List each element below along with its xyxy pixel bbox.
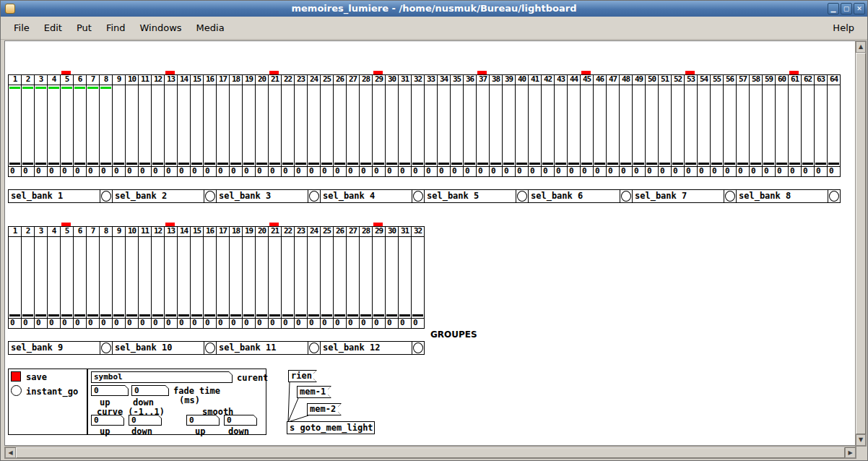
slider-handle[interactable] [321, 163, 332, 165]
scroll-left-icon[interactable]: ◀ [5, 447, 16, 458]
channel-slider[interactable] [580, 85, 594, 167]
slider-handle[interactable] [620, 163, 631, 165]
slider-handle[interactable] [48, 314, 59, 316]
channel-slider[interactable] [281, 236, 295, 319]
slider-value-box[interactable]: 0 [151, 318, 165, 329]
slider-handle-active[interactable] [61, 87, 72, 89]
slider-value-box[interactable]: 0 [268, 166, 282, 177]
slider-value-box[interactable]: 0 [177, 166, 191, 177]
slider-value-box[interactable]: 0 [801, 166, 815, 177]
menu-put[interactable]: Put [69, 19, 99, 37]
channel-slider[interactable] [112, 85, 126, 167]
channel-slider[interactable] [229, 236, 243, 319]
slider-value-box[interactable]: 0 [697, 166, 711, 177]
slider-handle[interactable] [48, 163, 59, 165]
slider-handle[interactable] [802, 163, 813, 165]
channel-slider[interactable] [671, 85, 685, 167]
slider-handle[interactable] [230, 163, 241, 165]
channel-slider[interactable] [268, 85, 282, 167]
scroll-up-icon[interactable]: ▲ [856, 41, 866, 53]
slider-value-box[interactable]: 0 [645, 166, 659, 177]
slider-value-box[interactable]: 0 [814, 166, 828, 177]
close-icon[interactable]: ✕ [854, 3, 865, 14]
channel-slider[interactable] [190, 85, 204, 167]
slider-value-box[interactable]: 0 [827, 166, 841, 177]
slider-handle[interactable] [594, 163, 605, 165]
menu-media[interactable]: Media [189, 19, 232, 37]
slider-value-box[interactable]: 0 [398, 318, 412, 329]
channel-slider[interactable] [164, 85, 178, 167]
slider-value-box[interactable]: 0 [684, 166, 698, 177]
channel-slider[interactable] [749, 85, 763, 167]
slider-handle[interactable] [269, 163, 280, 165]
slider-handle-active[interactable] [22, 87, 33, 89]
slider-handle[interactable] [399, 163, 410, 165]
slider-value-box[interactable]: 0 [489, 166, 503, 177]
channel-slider[interactable] [359, 236, 373, 319]
channel-slider[interactable] [424, 85, 438, 167]
slider-value-box[interactable]: 0 [333, 318, 347, 329]
channel-slider[interactable] [8, 85, 22, 167]
slider-value-box[interactable]: 0 [86, 318, 100, 329]
channel-slider[interactable] [359, 85, 373, 167]
slider-handle[interactable] [152, 314, 163, 316]
slider-handle[interactable] [347, 314, 358, 316]
slider-value-box[interactable]: 0 [411, 318, 425, 329]
slider-handle[interactable] [22, 314, 33, 316]
channel-slider[interactable] [216, 85, 230, 167]
slider-value-box[interactable]: 0 [203, 318, 217, 329]
slider-value-box[interactable]: 0 [346, 166, 360, 177]
slider-value-box[interactable]: 0 [60, 318, 74, 329]
slider-value-box[interactable]: 0 [372, 318, 386, 329]
slider-handle[interactable] [230, 314, 241, 316]
channel-slider[interactable] [242, 85, 256, 167]
slider-handle[interactable] [321, 314, 332, 316]
slider-value-box[interactable]: 0 [177, 318, 191, 329]
vertical-scrollbar[interactable]: ▲ ▼ [855, 40, 867, 447]
channel-slider[interactable] [541, 85, 555, 167]
channel-slider[interactable] [60, 85, 74, 167]
channel-slider[interactable] [450, 85, 464, 167]
slider-value-box[interactable]: 0 [320, 166, 334, 177]
channel-slider[interactable] [476, 85, 490, 167]
slider-handle[interactable] [243, 314, 254, 316]
channel-slider[interactable] [385, 236, 399, 319]
slider-value-box[interactable]: 0 [307, 318, 321, 329]
slider-handle[interactable] [217, 163, 228, 165]
channel-slider[interactable] [632, 85, 646, 167]
slider-value-box[interactable]: 0 [125, 166, 139, 177]
slider-value-box[interactable]: 0 [671, 166, 685, 177]
slider-value-box[interactable]: 0 [359, 318, 373, 329]
slider-handle[interactable] [828, 163, 839, 165]
channel-slider[interactable] [333, 236, 347, 319]
vertical-scroll-thumb[interactable] [856, 53, 866, 434]
rien-message[interactable]: rien [288, 370, 317, 382]
slider-handle[interactable] [139, 314, 150, 316]
bank-bang[interactable] [828, 190, 840, 202]
slider-handle[interactable] [256, 314, 267, 316]
slider-value-box[interactable]: 0 [151, 166, 165, 177]
channel-slider[interactable] [268, 236, 282, 319]
channel-slider[interactable] [34, 85, 48, 167]
slider-value-box[interactable]: 0 [203, 166, 217, 177]
slider-value-box[interactable]: 0 [437, 166, 451, 177]
slider-value-box[interactable]: 0 [450, 166, 464, 177]
channel-slider[interactable] [372, 236, 386, 319]
slider-handle-active[interactable] [35, 87, 46, 89]
slider-value-box[interactable]: 0 [762, 166, 776, 177]
slider-handle[interactable] [334, 314, 345, 316]
bank-bang[interactable] [308, 190, 320, 202]
smooth-up-number[interactable]: 0 [186, 415, 220, 426]
channel-slider[interactable] [151, 85, 165, 167]
slider-handle[interactable] [776, 163, 787, 165]
slider-value-box[interactable]: 0 [346, 318, 360, 329]
channel-slider[interactable] [112, 236, 126, 319]
bank-bang[interactable] [412, 190, 424, 202]
channel-slider[interactable] [281, 85, 295, 167]
channel-slider[interactable] [528, 85, 542, 167]
channel-slider[interactable] [47, 236, 61, 319]
channel-slider[interactable] [86, 236, 100, 319]
menu-edit[interactable]: Edit [37, 19, 69, 37]
slider-handle[interactable] [672, 163, 683, 165]
channel-slider[interactable] [684, 85, 698, 167]
